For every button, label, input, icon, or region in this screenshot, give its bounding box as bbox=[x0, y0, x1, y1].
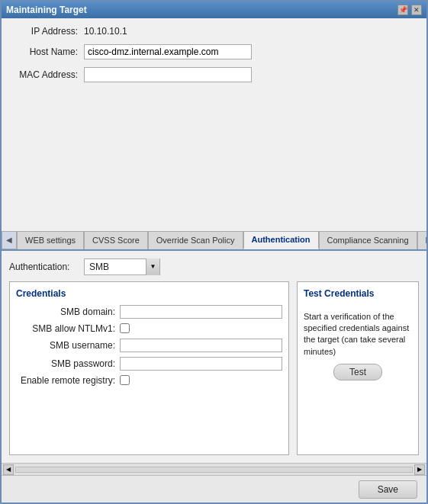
close-button[interactable]: ✕ bbox=[411, 5, 422, 15]
ip-address-label: IP Address: bbox=[9, 26, 78, 37]
tabs-list: WEB settings CVSS Score Override Scan Po… bbox=[17, 231, 426, 249]
tab-web-settings[interactable]: WEB settings bbox=[17, 231, 84, 249]
host-name-row: Host Name: bbox=[9, 44, 419, 59]
smb-domain-row: SMB domain: bbox=[16, 305, 282, 319]
scroll-left-arrow[interactable]: ◀ bbox=[3, 464, 14, 475]
panels-row: Credentials SMB domain: SMB allow NTLMv1… bbox=[9, 281, 419, 456]
authentication-label: Authentication: bbox=[9, 262, 78, 272]
smb-password-label: SMB password: bbox=[16, 358, 115, 369]
remote-registry-label: Enable remote registry: bbox=[16, 375, 115, 386]
tab-data[interactable]: Datat bbox=[417, 231, 426, 249]
tab-compliance-scanning[interactable]: Compliance Scanning bbox=[319, 231, 417, 249]
smb-ntlmv1-row: SMB allow NTLMv1: bbox=[16, 323, 282, 334]
smb-ntlmv1-label: SMB allow NTLMv1: bbox=[16, 323, 115, 334]
content-area: IP Address: 10.10.10.1 Host Name: MAC Ad… bbox=[2, 18, 426, 231]
host-name-label: Host Name: bbox=[9, 47, 78, 57]
tab-cvss-score[interactable]: CVSS Score bbox=[84, 231, 148, 249]
smb-username-input[interactable] bbox=[120, 339, 282, 352]
ip-address-value: 10.10.10.1 bbox=[84, 26, 127, 37]
authentication-tab-content: Authentication: SMB ▼ Credentials SMB do… bbox=[2, 251, 426, 464]
pin-button[interactable]: 📌 bbox=[397, 5, 408, 15]
smb-domain-input[interactable] bbox=[120, 305, 282, 319]
smb-password-input[interactable] bbox=[120, 357, 282, 371]
smb-username-row: SMB username: bbox=[16, 339, 282, 352]
ip-address-row: IP Address: 10.10.10.1 bbox=[9, 26, 419, 37]
smb-username-label: SMB username: bbox=[16, 340, 115, 351]
authentication-select[interactable]: SMB ▼ bbox=[84, 258, 160, 275]
main-window: Maintaining Target 📌 ✕ IP Address: 10.10… bbox=[0, 0, 428, 504]
window-title: Maintaining Target bbox=[6, 5, 87, 15]
credentials-panel: Credentials SMB domain: SMB allow NTLMv1… bbox=[9, 281, 289, 456]
title-bar-controls: 📌 ✕ bbox=[397, 5, 422, 15]
scroll-right-arrow[interactable]: ▶ bbox=[414, 464, 425, 475]
tabs-container: ◀ WEB settings CVSS Score Override Scan … bbox=[2, 231, 426, 251]
mac-address-input[interactable] bbox=[84, 67, 252, 82]
test-credentials-title: Test Credentials bbox=[304, 288, 412, 299]
mac-address-label: MAC Address: bbox=[9, 69, 78, 80]
host-name-input[interactable] bbox=[84, 44, 252, 59]
authentication-dropdown-arrow[interactable]: ▼ bbox=[146, 258, 159, 275]
footer: Save bbox=[2, 475, 426, 502]
horizontal-scrollbar: ◀ ▶ bbox=[2, 463, 426, 475]
smb-password-row: SMB password: bbox=[16, 357, 282, 371]
save-button[interactable]: Save bbox=[359, 480, 417, 499]
authentication-method-row: Authentication: SMB ▼ bbox=[9, 258, 419, 275]
smb-ntlmv1-checkbox[interactable] bbox=[120, 323, 130, 333]
tab-authentication[interactable]: Authentication bbox=[243, 231, 319, 249]
remote-registry-row: Enable remote registry: bbox=[16, 375, 282, 386]
test-button[interactable]: Test bbox=[333, 364, 382, 380]
authentication-value: SMB bbox=[85, 260, 146, 274]
scroll-track[interactable] bbox=[15, 467, 413, 473]
tab-back-button[interactable]: ◀ bbox=[2, 231, 17, 249]
credentials-panel-title: Credentials bbox=[16, 288, 282, 299]
mac-address-row: MAC Address: bbox=[9, 67, 419, 82]
smb-domain-label: SMB domain: bbox=[16, 307, 115, 317]
remote-registry-checkbox[interactable] bbox=[120, 375, 130, 385]
tab-override-scan-policy[interactable]: Override Scan Policy bbox=[148, 231, 243, 249]
test-credentials-panel: Test Credentials Start a verification of… bbox=[297, 281, 419, 456]
title-bar: Maintaining Target 📌 ✕ bbox=[2, 2, 426, 18]
test-credentials-description: Start a verification of the specified cr… bbox=[304, 311, 412, 358]
